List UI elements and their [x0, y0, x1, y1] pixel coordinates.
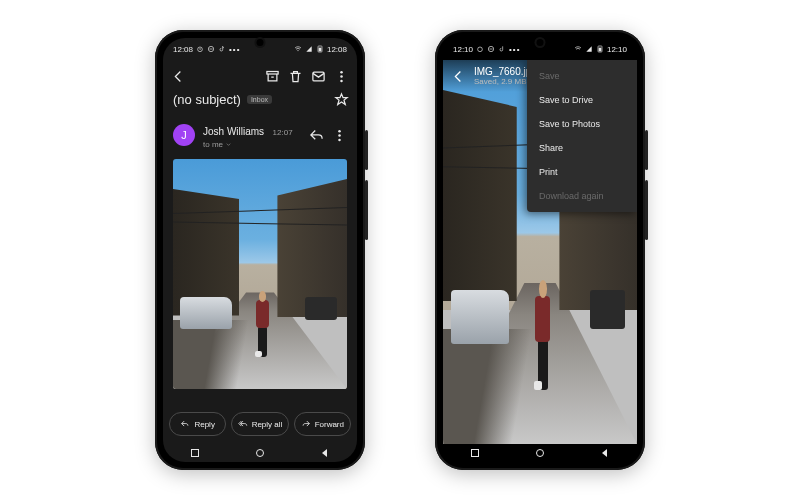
recipient-line[interactable]: to me — [203, 140, 223, 149]
svg-point-11 — [338, 138, 341, 141]
nav-home[interactable] — [534, 447, 546, 459]
status-clock-right: 12:08 — [327, 45, 347, 54]
back-icon[interactable] — [171, 69, 186, 84]
svg-point-13 — [256, 450, 263, 457]
svg-point-8 — [340, 79, 343, 82]
nav-recent[interactable] — [189, 447, 201, 459]
svg-point-9 — [338, 129, 341, 132]
reply-arrow-icon — [180, 419, 190, 429]
menu-save-to-drive[interactable]: Save to Drive — [527, 88, 637, 112]
nav-back[interactable] — [319, 447, 331, 459]
reply-label: Reply — [194, 420, 214, 429]
nav-home[interactable] — [254, 447, 266, 459]
svg-point-14 — [478, 47, 483, 52]
email-subject: (no subject) — [173, 92, 241, 107]
svg-rect-12 — [192, 450, 199, 457]
sender-more-icon[interactable] — [332, 128, 347, 143]
reply-all-button[interactable]: Reply all — [231, 412, 288, 436]
reply-icon[interactable] — [309, 128, 324, 143]
overflow-menu: Save Save to Drive Save to Photos Share … — [527, 60, 637, 212]
battery-icon — [316, 45, 324, 53]
email-body — [163, 155, 357, 404]
menu-save-to-photos[interactable]: Save to Photos — [527, 112, 637, 136]
star-icon[interactable] — [334, 92, 349, 107]
svg-rect-4 — [267, 71, 278, 74]
camera-punchhole — [257, 39, 264, 46]
menu-share[interactable]: Share — [527, 136, 637, 160]
avatar[interactable]: J — [173, 124, 195, 146]
forward-button[interactable]: Forward — [294, 412, 351, 436]
svg-rect-3 — [319, 48, 322, 52]
dnd-icon — [207, 45, 215, 53]
action-bar: Reply Reply all Forward — [163, 404, 357, 444]
alarm-icon — [196, 45, 204, 53]
svg-point-7 — [340, 75, 343, 78]
reply-all-label: Reply all — [252, 420, 283, 429]
nav-back[interactable] — [599, 447, 611, 459]
forward-icon — [301, 419, 311, 429]
camera-punchhole — [537, 39, 544, 46]
nav-bar — [443, 444, 637, 462]
status-clock-right: 12:10 — [607, 45, 627, 54]
sender-name: Josh Williams — [203, 126, 264, 137]
menu-download-again: Download again — [527, 184, 637, 208]
phone-left: 12:08 ••• 12:08 — [155, 30, 365, 470]
status-time: 12:08 — [173, 45, 193, 54]
svg-rect-17 — [599, 48, 602, 52]
status-time: 12:10 — [453, 45, 473, 54]
mail-icon[interactable] — [311, 69, 326, 84]
svg-point-6 — [340, 70, 343, 73]
attachment-image[interactable] — [173, 159, 347, 389]
wifi-icon — [574, 45, 582, 53]
dnd-icon — [487, 45, 495, 53]
signal-icon — [305, 45, 313, 53]
sender-row[interactable]: J Josh Williams 12:07 to me — [163, 115, 357, 155]
phone-right: 12:10 ••• 12:10 — [435, 30, 645, 470]
battery-icon — [596, 45, 604, 53]
delete-icon[interactable] — [288, 69, 303, 84]
reply-button[interactable]: Reply — [169, 412, 226, 436]
sender-time: 12:07 — [273, 128, 293, 137]
status-more: ••• — [229, 45, 240, 54]
email-header: (no subject) Inbox — [163, 60, 357, 115]
nav-bar — [163, 444, 357, 462]
menu-print[interactable]: Print — [527, 160, 637, 184]
signal-icon — [585, 45, 593, 53]
status-more: ••• — [509, 45, 520, 54]
menu-save: Save — [527, 64, 637, 88]
chevron-down-icon[interactable] — [225, 141, 232, 148]
archive-icon[interactable] — [265, 69, 280, 84]
nav-recent[interactable] — [469, 447, 481, 459]
tiktok-icon — [498, 45, 506, 53]
reply-all-icon — [238, 419, 248, 429]
svg-point-10 — [338, 134, 341, 137]
more-icon[interactable] — [334, 69, 349, 84]
back-icon[interactable] — [451, 69, 466, 84]
wifi-icon — [294, 45, 302, 53]
forward-label: Forward — [315, 420, 344, 429]
svg-rect-18 — [472, 450, 479, 457]
tiktok-icon — [218, 45, 226, 53]
svg-point-19 — [536, 450, 543, 457]
inbox-badge[interactable]: Inbox — [247, 95, 272, 104]
alarm-icon — [476, 45, 484, 53]
